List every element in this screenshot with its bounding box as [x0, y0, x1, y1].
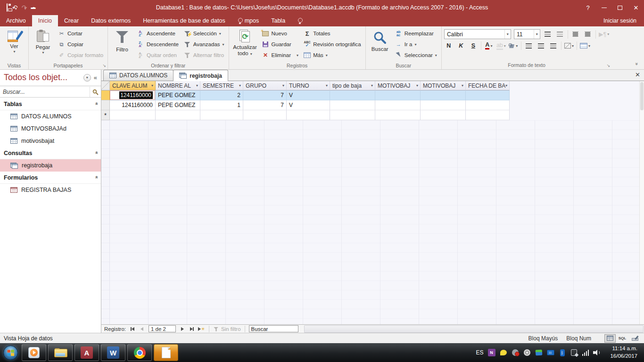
- record-search-input[interactable]: [249, 325, 298, 332]
- tray-clipboard-icon[interactable]: [570, 349, 578, 356]
- dialog-launcher-icon[interactable]: ↘: [607, 63, 611, 68]
- sort-ascending-button[interactable]: AZ↓Ascendente: [135, 28, 181, 39]
- tray-display-icon[interactable]: II: [547, 350, 554, 355]
- cell[interactable]: [421, 90, 466, 100]
- paste-button[interactable]: Pegar▾: [31, 28, 55, 62]
- minimize-button[interactable]: [596, 0, 612, 15]
- language-indicator[interactable]: ES: [476, 349, 483, 356]
- spelling-button[interactable]: ABC✓Revisión ortográfica: [301, 39, 363, 49]
- volume-icon[interactable]: [593, 349, 600, 356]
- cell[interactable]: [156, 110, 200, 120]
- nav-item-datos-alumnos[interactable]: DATOS ALUMNOS: [0, 110, 101, 123]
- tab-tabla[interactable]: Tabla: [265, 15, 291, 26]
- tray-antivirus-icon[interactable]: [512, 349, 519, 356]
- font-color-button[interactable]: A▾: [484, 41, 494, 50]
- tab-archivo[interactable]: Archivo: [0, 15, 32, 26]
- column-header[interactable]: MOTIVOBAJ▾: [421, 81, 466, 90]
- nav-item-motivosbajad[interactable]: MOTIVOSBAJAd: [0, 123, 101, 135]
- taskbar-clock[interactable]: 11:14 a.m. 16/06/2017: [604, 345, 639, 360]
- tab-crear[interactable]: Crear: [58, 15, 85, 26]
- redo-icon[interactable]: ↷▾: [22, 4, 26, 11]
- help-button[interactable]: ?: [580, 0, 596, 15]
- cell[interactable]: [287, 110, 330, 120]
- font-size-combo[interactable]: 11▾: [514, 29, 540, 39]
- taskbar-notepad[interactable]: [154, 344, 178, 361]
- record-position[interactable]: 1 de 2: [149, 325, 176, 332]
- copy-button[interactable]: ⧉Copiar: [56, 39, 105, 49]
- previous-record-icon[interactable]: [138, 326, 146, 332]
- nav-pane-title[interactable]: Todos los objet...: [4, 73, 83, 82]
- network-icon[interactable]: [582, 349, 589, 356]
- tab-datos-externos[interactable]: Datos externos: [85, 15, 137, 26]
- format-painter-button[interactable]: ✐Copiar formato: [56, 50, 105, 60]
- toggle-filter-button[interactable]: Alternar filtro: [182, 50, 226, 60]
- column-dropdown-icon[interactable]: ▾: [239, 83, 242, 88]
- row-selector[interactable]: [101, 100, 110, 110]
- horizontal-scrollbar[interactable]: [304, 325, 644, 333]
- save-icon[interactable]: [7, 4, 8, 11]
- column-dropdown-icon[interactable]: ▾: [326, 83, 329, 88]
- cell[interactable]: 1: [200, 100, 243, 110]
- column-header[interactable]: TURNO▾: [287, 81, 330, 90]
- refresh-all-button[interactable]: ⟳ Actualizartodo ▾: [231, 28, 259, 62]
- remove-sort-button[interactable]: AZ↓Quitar orden: [135, 50, 181, 60]
- dialog-launcher-icon[interactable]: ↘: [103, 63, 107, 68]
- doc-tab-registrobaja[interactable]: registrobaja: [173, 70, 228, 81]
- nav-search-input[interactable]: [0, 87, 90, 97]
- cell[interactable]: 7: [243, 90, 287, 100]
- filter-button[interactable]: Filtro: [110, 28, 134, 62]
- section-formularios[interactable]: Formularios»: [0, 172, 101, 184]
- alt-row-color-button[interactable]: ▾: [580, 41, 590, 50]
- column-header[interactable]: NOMBRE AL▾: [156, 81, 200, 90]
- start-button[interactable]: [0, 343, 21, 362]
- taskbar-access[interactable]: A: [74, 344, 99, 361]
- column-header[interactable]: FECHA DE BA▾: [466, 81, 510, 90]
- cell[interactable]: [200, 110, 243, 120]
- cell[interactable]: PEPE GOMEZ: [156, 90, 200, 100]
- cell[interactable]: 1241160000: [110, 90, 156, 100]
- cut-button[interactable]: ✂Cortar: [56, 28, 105, 39]
- cell[interactable]: [466, 100, 510, 110]
- collapse-ribbon-icon[interactable]: »: [635, 63, 640, 66]
- underline-button[interactable]: S: [469, 41, 478, 50]
- column-header[interactable]: SEMESTRE▾: [200, 81, 243, 90]
- undo-icon[interactable]: ↶▾: [12, 4, 17, 11]
- cell[interactable]: [110, 110, 156, 120]
- new-record-button[interactable]: Nuevo: [260, 28, 301, 39]
- search-icon[interactable]: [90, 87, 101, 97]
- nav-menu-icon[interactable]: ▾: [83, 74, 91, 82]
- delete-button[interactable]: ✕Eliminar▾: [260, 50, 301, 60]
- cell[interactable]: [421, 100, 466, 110]
- font-name-combo[interactable]: Calibri▾: [444, 29, 511, 39]
- cell[interactable]: PEPE GOMEZ: [156, 100, 200, 110]
- totals-button[interactable]: ΣTotales: [301, 28, 363, 39]
- tellme-box[interactable]: mpos: [231, 15, 265, 26]
- column-header[interactable]: CLAVE ALUM▾: [110, 81, 156, 90]
- section-consultas[interactable]: Consultas»: [0, 147, 101, 159]
- align-left-icon[interactable]: [524, 41, 534, 50]
- selection-filter-button[interactable]: ⚡Selección▾: [182, 28, 226, 39]
- tellme-icon-2[interactable]: [291, 15, 311, 26]
- replace-button[interactable]: abacReemplazar: [393, 28, 439, 39]
- first-record-icon[interactable]: [129, 326, 136, 332]
- filter-status[interactable]: Sin filtro: [213, 326, 241, 332]
- taskbar-media-player[interactable]: [22, 344, 46, 361]
- numbering-icon[interactable]: [555, 30, 565, 39]
- close-button[interactable]: ✕: [628, 0, 644, 15]
- pane-collapse-icon[interactable]: «: [94, 74, 97, 81]
- bluetooth-icon[interactable]: ᛒ: [559, 349, 566, 356]
- design-view-button[interactable]: [629, 334, 640, 343]
- cell[interactable]: 2: [200, 90, 243, 100]
- column-dropdown-icon[interactable]: ▾: [462, 83, 464, 88]
- tray-app-icon[interactable]: N: [488, 349, 495, 356]
- gridlines-button[interactable]: ▾: [564, 41, 574, 50]
- select-all-corner[interactable]: [101, 81, 110, 90]
- close-object-icon[interactable]: ✕: [635, 71, 640, 78]
- cell[interactable]: 7: [243, 100, 287, 110]
- column-header[interactable]: MOTIVOBAJ▾: [375, 81, 421, 90]
- tray-bluestacks-icon[interactable]: [535, 349, 543, 356]
- highlight-button[interactable]: ab▾: [496, 41, 506, 50]
- cell[interactable]: [466, 110, 510, 120]
- row-selector[interactable]: [101, 90, 110, 100]
- align-center-icon[interactable]: [537, 41, 546, 50]
